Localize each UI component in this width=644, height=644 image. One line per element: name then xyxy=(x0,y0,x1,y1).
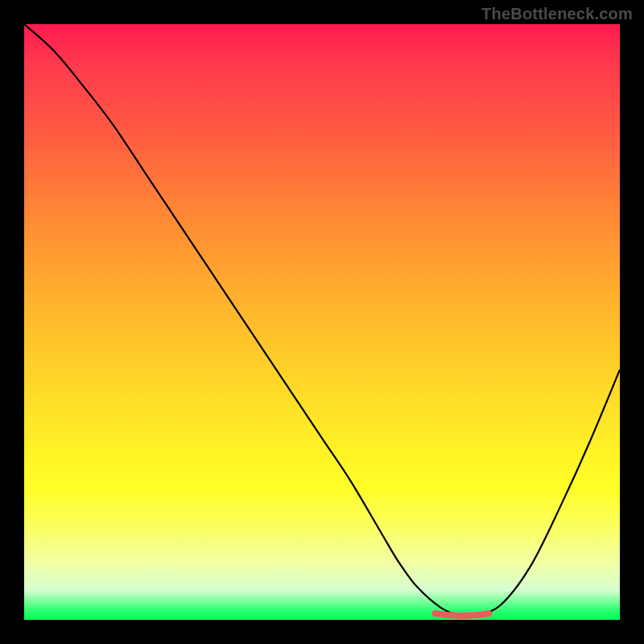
plot-area xyxy=(24,24,620,620)
bottleneck-curve xyxy=(24,24,620,620)
min-highlight xyxy=(436,613,489,616)
curve-path xyxy=(24,24,620,616)
chart-frame: TheBottleneck.com xyxy=(0,0,644,644)
attribution-text: TheBottleneck.com xyxy=(481,5,633,23)
